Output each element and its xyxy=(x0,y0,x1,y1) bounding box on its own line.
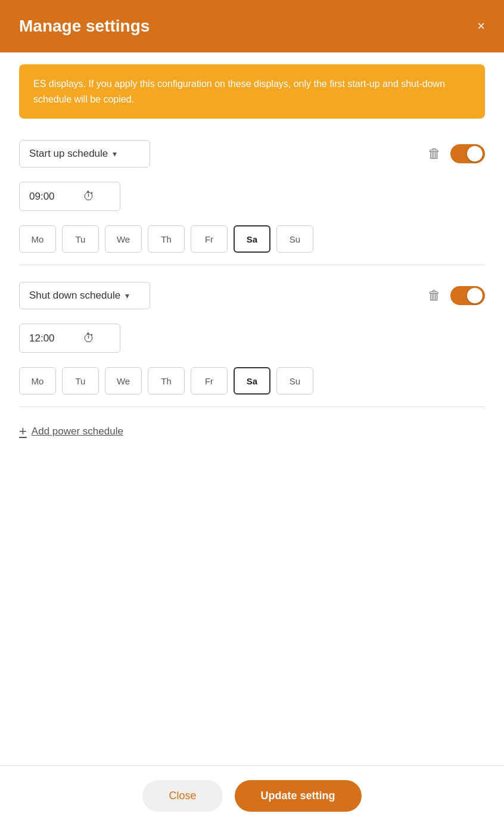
startup-clock-icon: ⏱ xyxy=(83,190,95,203)
shutdown-day-we[interactable]: We xyxy=(105,367,142,395)
shutdown-time-input[interactable] xyxy=(29,333,77,344)
modal: Manage settings × ES displays. If you ap… xyxy=(0,0,504,826)
shutdown-trash-icon[interactable]: 🗑 xyxy=(428,288,441,303)
shutdown-schedule-label: Shut down schedule xyxy=(29,290,120,302)
startup-trash-icon[interactable]: 🗑 xyxy=(428,146,441,162)
plus-icon: + xyxy=(19,424,27,439)
modal-header: Manage settings × xyxy=(0,0,504,52)
startup-day-tu[interactable]: Tu xyxy=(62,225,99,253)
modal-title: Manage settings xyxy=(19,17,150,36)
startup-time-input[interactable] xyxy=(29,191,77,203)
modal-close-button[interactable]: × xyxy=(477,20,485,33)
shutdown-dropdown-arrow-icon: ▾ xyxy=(125,291,129,300)
modal-footer: Close Update setting xyxy=(0,765,504,826)
shutdown-schedule-dropdown[interactable]: Shut down schedule ▾ xyxy=(19,282,150,309)
divider-2 xyxy=(19,406,485,407)
shutdown-day-sa[interactable]: Sa xyxy=(234,367,270,395)
warning-text: ES displays. If you apply this configura… xyxy=(33,76,471,107)
startup-schedule-header: Start up schedule ▾ 🗑 xyxy=(19,140,485,167)
startup-schedule-dropdown[interactable]: Start up schedule ▾ xyxy=(19,140,150,167)
startup-schedule-actions: 🗑 xyxy=(428,144,485,163)
shutdown-schedule-header: Shut down schedule ▾ 🗑 xyxy=(19,282,485,309)
shutdown-day-tu[interactable]: Tu xyxy=(62,367,99,395)
shutdown-day-th[interactable]: Th xyxy=(148,367,185,395)
startup-dropdown-arrow-icon: ▾ xyxy=(113,149,117,159)
divider-1 xyxy=(19,265,485,265)
startup-schedule-section: Start up schedule ▾ 🗑 ⏱ Mo Tu We Th Fr S… xyxy=(19,140,485,253)
startup-schedule-label: Start up schedule xyxy=(29,148,108,160)
startup-day-fr[interactable]: Fr xyxy=(191,225,228,253)
warning-box: ES displays. If you apply this configura… xyxy=(19,64,485,119)
startup-days-row: Mo Tu We Th Fr Sa Su xyxy=(19,225,485,253)
shutdown-day-fr[interactable]: Fr xyxy=(191,367,228,395)
add-power-schedule-button[interactable]: + Add power schedule xyxy=(19,424,485,439)
startup-day-th[interactable]: Th xyxy=(148,225,185,253)
modal-body: ES displays. If you apply this configura… xyxy=(0,52,504,765)
update-setting-button[interactable]: Update setting xyxy=(235,780,362,812)
shutdown-schedule-actions: 🗑 xyxy=(428,286,485,305)
add-schedule-label: Add power schedule xyxy=(32,426,123,437)
shutdown-day-su[interactable]: Su xyxy=(276,367,313,395)
shutdown-schedule-section: Shut down schedule ▾ 🗑 ⏱ Mo Tu We Th Fr … xyxy=(19,282,485,395)
startup-toggle[interactable] xyxy=(450,144,485,163)
shutdown-time-input-wrapper: ⏱ xyxy=(19,324,120,353)
startup-day-su[interactable]: Su xyxy=(276,225,313,253)
startup-day-mo[interactable]: Mo xyxy=(19,225,56,253)
startup-time-input-wrapper: ⏱ xyxy=(19,182,120,211)
shutdown-toggle[interactable] xyxy=(450,286,485,305)
startup-day-we[interactable]: We xyxy=(105,225,142,253)
close-button[interactable]: Close xyxy=(142,780,222,812)
startup-day-sa[interactable]: Sa xyxy=(234,225,270,253)
shutdown-clock-icon: ⏱ xyxy=(83,331,95,345)
shutdown-days-row: Mo Tu We Th Fr Sa Su xyxy=(19,367,485,395)
shutdown-day-mo[interactable]: Mo xyxy=(19,367,56,395)
